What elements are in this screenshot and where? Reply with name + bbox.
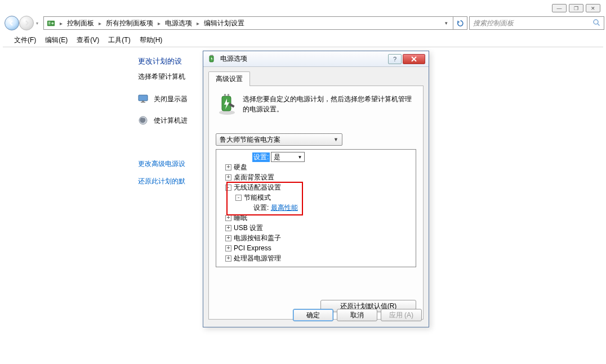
chevron-down-icon: ▼ [333, 137, 338, 142]
dialog-buttons: 确定 取消 应用 (A) [293, 309, 422, 321]
battery-large-icon [216, 93, 238, 115]
search-icon [592, 19, 600, 28]
tree-node-desktop-bg[interactable]: + 桌面背景设置 [217, 172, 415, 182]
nav-history-dropdown[interactable]: ▾ [34, 21, 41, 26]
settings-tree[interactable]: 设置: 是 ▼ + 硬盘 + 桌面背景设置 - 无线适配器设置 - 节能模式 [216, 149, 416, 267]
minimize-button[interactable]: — [552, 4, 567, 12]
menu-file[interactable]: 文件(F) [11, 34, 39, 46]
collapse-icon[interactable]: - [235, 195, 242, 201]
svg-rect-1 [48, 21, 50, 23]
tree-node-harddisk[interactable]: + 硬盘 [217, 162, 415, 172]
search-placeholder: 搜索控制面板 [473, 19, 514, 28]
dialog-titlebar: 电源选项 ? [203, 51, 429, 67]
task-label: 使计算机进 [154, 116, 188, 125]
svg-rect-16 [228, 94, 229, 96]
breadcrumb-item[interactable]: 电源选项 [165, 19, 192, 28]
dialog-body: 选择您要自定义的电源计划，然后选择您希望计算机管理的电源设置。 鲁大师节能省电方… [208, 86, 424, 320]
setting-value-link[interactable]: 最高性能 [271, 203, 298, 213]
collapse-icon[interactable]: - [225, 185, 231, 191]
arrow-left-icon [8, 20, 15, 26]
tree-node-power-saving-value[interactable]: 设置: 最高性能 [217, 203, 415, 213]
window-controls: — ❐ ✕ [552, 4, 600, 12]
svg-rect-11 [211, 55, 212, 56]
address-bar[interactable]: ▸ 控制面板 ▸ 所有控制面板项 ▸ 电源选项 ▸ 编辑计划设置 ▾ [43, 16, 453, 30]
svg-rect-15 [224, 94, 226, 96]
power-options-dialog: 电源选项 ? 高级设置 选择您要自定义的电源计划，然后选择您希望计算机管理的电源… [203, 51, 429, 327]
menu-help[interactable]: 帮助(H) [136, 34, 166, 46]
chevron-right-icon: ▸ [195, 20, 200, 26]
svg-rect-2 [48, 23, 50, 24]
tree-node-power-buttons[interactable]: + 电源按钮和盖子 [217, 233, 415, 243]
tab-advanced-settings[interactable]: 高级设置 [208, 71, 250, 86]
chevron-right-icon: ▸ [59, 20, 64, 26]
menu-view[interactable]: 查看(V) [73, 34, 103, 46]
expand-icon[interactable]: + [225, 225, 231, 231]
tree-node-wireless[interactable]: - 无线适配器设置 [217, 182, 415, 192]
task-label: 关闭显示器 [154, 95, 188, 104]
svg-rect-12 [212, 55, 213, 56]
refresh-icon [457, 20, 464, 27]
setting-label-selected: 设置: [252, 152, 270, 162]
setting-value-dropdown[interactable]: 是 ▼ [271, 152, 305, 162]
close-icon [411, 56, 417, 62]
expand-icon[interactable]: + [225, 255, 231, 262]
menu-edit[interactable]: 编辑(E) [42, 34, 71, 46]
setting-value: 是 [274, 152, 280, 162]
breadcrumb-item[interactable]: 所有控制面板项 [106, 19, 153, 28]
close-window-button[interactable]: ✕ [586, 4, 600, 12]
arrow-right-icon [23, 20, 30, 26]
chevron-right-icon: ▸ [97, 20, 103, 26]
minimize-icon: — [557, 6, 562, 11]
dialog-intro: 选择您要自定义的电源计划，然后选择您希望计算机管理的电源设置。 [216, 93, 416, 115]
dialog-close-button[interactable] [403, 54, 425, 64]
apply-button[interactable]: 应用 (A) [381, 309, 422, 321]
chevron-down-icon: ▼ [297, 155, 302, 160]
dialog-help-button[interactable]: ? [388, 54, 402, 64]
svg-point-3 [51, 22, 54, 24]
tree-node-sleep[interactable]: + 睡眠 [217, 213, 415, 223]
power-icon [207, 55, 217, 64]
expand-icon[interactable]: + [225, 245, 231, 251]
search-input[interactable]: 搜索控制面板 [469, 16, 604, 30]
address-dropdown-icon[interactable]: ▾ [442, 20, 451, 26]
dialog-intro-text: 选择您要自定义的电源计划，然后选择您希望计算机管理的电源设置。 [243, 93, 416, 115]
svg-rect-8 [141, 102, 145, 103]
nav-row: ▾ ▸ 控制面板 ▸ 所有控制面板项 ▸ 电源选项 ▸ 编辑计划设置 ▾ 搜索控… [2, 15, 604, 32]
nav-buttons: ▾ [2, 15, 43, 32]
breadcrumb-item[interactable]: 编辑计划设置 [204, 19, 244, 28]
tree-node-pci-express[interactable]: + PCI Express [217, 243, 415, 253]
back-button[interactable] [5, 16, 19, 30]
menu-tools[interactable]: 工具(T) [105, 34, 133, 46]
svg-rect-7 [142, 101, 144, 102]
svg-rect-6 [139, 95, 148, 101]
expand-icon[interactable]: + [225, 174, 231, 181]
ok-button[interactable]: 确定 [293, 309, 333, 321]
power-plan-select[interactable]: 鲁大师节能省电方案 ▼ [216, 133, 342, 146]
monitor-icon [138, 94, 148, 104]
maximize-button[interactable]: ❐ [569, 4, 583, 12]
breadcrumb-item[interactable]: 控制面板 [67, 19, 94, 28]
sleep-icon [138, 115, 148, 125]
tree-node-cpu-power[interactable]: + 处理器电源管理 [217, 253, 415, 263]
plan-selected-value: 鲁大师节能省电方案 [220, 135, 280, 145]
refresh-button[interactable] [453, 16, 467, 30]
expand-icon[interactable]: + [225, 235, 231, 241]
expand-icon[interactable]: + [225, 215, 231, 221]
dialog-tabstrip: 高级设置 [208, 71, 424, 86]
tree-node-usb[interactable]: + USB 设置 [217, 223, 415, 233]
forward-button[interactable] [19, 16, 34, 30]
dialog-title: 电源选项 [220, 54, 247, 64]
close-icon: ✕ [591, 6, 595, 11]
chevron-right-icon: ▸ [157, 20, 162, 26]
expand-icon[interactable]: + [225, 164, 231, 170]
tree-node-power-saving-mode[interactable]: - 节能模式 [217, 192, 415, 203]
cancel-button[interactable]: 取消 [337, 309, 377, 321]
maximize-icon: ❐ [574, 6, 578, 11]
control-panel-icon [46, 19, 55, 28]
menu-bar: 文件(F) 编辑(E) 查看(V) 工具(T) 帮助(H) [3, 33, 603, 47]
svg-point-4 [594, 20, 598, 24]
svg-line-5 [598, 24, 600, 26]
